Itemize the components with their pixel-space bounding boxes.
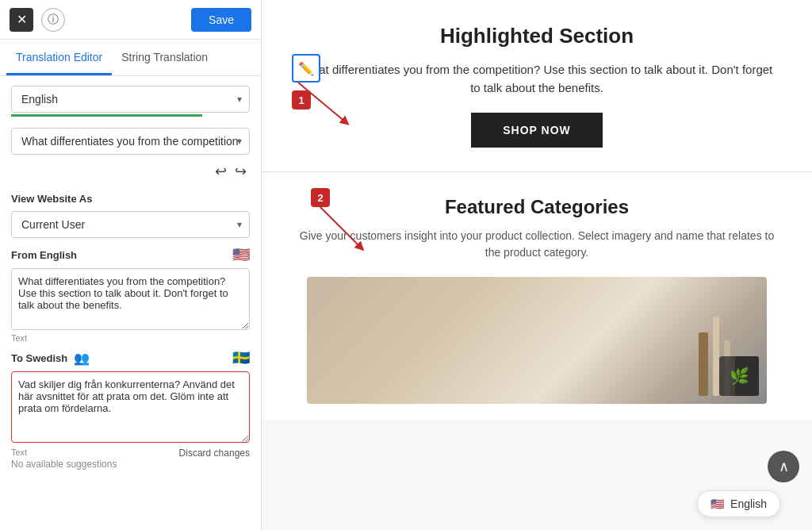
scroll-up-button[interactable]: ∧ [768,451,799,482]
right-panel: ✏️ 1 Highlighted Section What differenti… [262,0,812,530]
no-suggestions: No available suggestions [0,459,261,478]
discard-changes-button[interactable]: Discard changes [179,447,250,459]
undo-redo-bar: ↩ ↪ [11,163,250,180]
from-field-label: Text [11,333,250,343]
annotation-2-container: Featured Categories Give your customers … [262,172,812,420]
view-as-label: View Website As [11,193,250,205]
from-section: From English 🇺🇸 Text [0,246,261,343]
from-lang-header: From English 🇺🇸 [11,246,250,263]
info-button[interactable]: ⓘ [41,8,65,32]
svg-line-3 [317,204,361,248]
annotation-arrow-1: 1 [298,83,362,130]
highlighted-title: Highlighted Section [293,24,780,48]
img-shape-1 [699,332,708,396]
tab-string-translation[interactable]: String Translation [112,40,217,75]
from-text-area[interactable] [11,268,250,330]
bottom-language-bar[interactable]: 🇺🇸 English [697,490,780,517]
language-select[interactable]: English Swedish French German [11,86,250,113]
product-badge: 🌿 [719,356,759,396]
pencil-annotation: ✏️ [292,54,320,83]
green-underline [11,114,202,117]
pencil-icon: ✏️ [298,61,314,76]
featured-title: Featured Categories [293,196,780,218]
tabs-container: Translation Editor String Translation [0,40,261,76]
badge-1: 1 [292,90,311,109]
to-text-area[interactable] [11,371,250,443]
undo-button[interactable]: ↩ [215,163,227,180]
top-bar: ✕ ⓘ Save [0,0,261,40]
string-select-wrapper[interactable]: What differentiates you from the competi… [11,128,250,155]
highlighted-description: What differentiates you from the competi… [299,61,775,97]
to-lang-header: To Swedish 👥 🇸🇪 [11,349,250,367]
left-panel: ✕ ⓘ Save Translation Editor String Trans… [0,0,262,530]
people-icon: 👥 [74,351,90,366]
pencil-box[interactable]: ✏️ [292,54,320,83]
redo-button[interactable]: ↪ [235,163,247,180]
from-flag: 🇺🇸 [232,246,250,263]
close-button[interactable]: ✕ [10,8,33,32]
from-lang-label: From English [11,249,77,261]
tab-translation-editor[interactable]: Translation Editor [6,40,112,75]
language-select-wrapper[interactable]: English Swedish French German [11,86,250,113]
save-button[interactable]: Save [191,8,251,32]
featured-description: Give your customers insight into your pr… [299,228,775,261]
shop-now-button[interactable]: SHOP NOW [471,113,603,148]
bottom-language-label: English [730,497,767,510]
bottom-language-flag: 🇺🇸 [710,497,724,510]
to-field-label: Text [11,447,27,457]
view-as-select[interactable]: Current User Visitor Admin [11,211,250,238]
view-as-section: View Website As Current User Visitor Adm… [0,190,261,246]
view-as-select-wrapper[interactable]: Current User Visitor Admin [11,211,250,238]
leaf-icon: 🌿 [730,367,749,386]
arrow-svg-2 [317,204,365,252]
panel-content: English Swedish French German What diffe… [0,76,261,190]
to-lang-label: To Swedish [11,352,67,364]
annotation-2: 2 [311,188,330,207]
img-shape-2 [713,317,719,396]
to-flag: 🇸🇪 [232,349,250,367]
featured-image: 🌿 [307,277,767,404]
string-select[interactable]: What differentiates you from the competi… [11,128,250,155]
to-section: To Swedish 👥 🇸🇪 Text Discard changes [0,349,261,459]
